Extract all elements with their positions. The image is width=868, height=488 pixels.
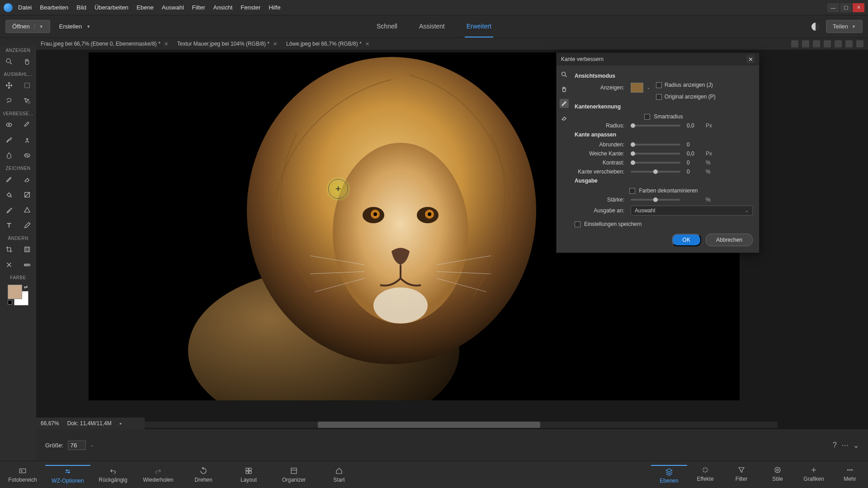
tab-textur[interactable]: Textur Mauer.jpeg bei 104% (RGB/8) *✕ xyxy=(173,39,282,49)
tab-loewe[interactable]: Löwe.jpeg bei 66,7% (RGB/8) *✕ xyxy=(282,39,374,49)
menu-select[interactable]: Auswahl xyxy=(162,4,184,11)
smooth-slider[interactable] xyxy=(631,144,680,145)
close-icon[interactable]: ✕ xyxy=(164,41,168,47)
decon-checkbox[interactable] xyxy=(629,188,635,194)
shift-value[interactable]: 0 xyxy=(684,169,702,175)
sponge-tool-icon[interactable] xyxy=(18,148,36,163)
blur-tool-icon[interactable] xyxy=(0,148,18,163)
show-original-checkbox[interactable] xyxy=(656,94,662,100)
menu-window[interactable]: Fenster xyxy=(241,4,260,11)
lasso-tool-icon[interactable] xyxy=(0,93,18,108)
contrast-slider[interactable] xyxy=(631,162,680,164)
marquee-tool-icon[interactable] xyxy=(18,78,36,93)
menu-edit[interactable]: Bearbeiten xyxy=(40,4,68,11)
recompose-tool-icon[interactable] xyxy=(18,242,36,257)
theme-toggle-icon[interactable] xyxy=(811,23,820,31)
dialog-hand-icon[interactable] xyxy=(560,84,569,94)
redeye-tool-icon[interactable] xyxy=(0,117,18,132)
gradient-tool-icon[interactable] xyxy=(18,187,36,202)
fill-tool-icon[interactable] xyxy=(0,187,18,202)
dialog-close-button[interactable]: ✕ xyxy=(746,55,755,63)
menu-layer[interactable]: Ebene xyxy=(137,4,154,11)
text-tool-icon[interactable] xyxy=(0,218,18,233)
foreground-color-swatch[interactable] xyxy=(8,285,22,299)
straighten-tool-icon[interactable] xyxy=(18,257,36,272)
tool-options-button[interactable]: WZ-Optionen xyxy=(45,465,90,484)
close-button[interactable]: ✕ xyxy=(853,3,864,12)
eyedropper-tool-icon[interactable] xyxy=(0,202,18,218)
menu-enhance[interactable]: Überarbeiten xyxy=(94,4,128,11)
undo-button[interactable]: Rückgängig xyxy=(90,467,136,483)
graphics-panel-button[interactable]: Grafiken xyxy=(796,466,832,484)
smooth-value[interactable]: 0 xyxy=(684,141,702,148)
redo-button[interactable]: Wiederholen xyxy=(136,467,181,483)
quick-select-tool-icon[interactable] xyxy=(18,93,36,108)
radius-slider[interactable] xyxy=(631,125,680,127)
remember-checkbox[interactable] xyxy=(575,221,580,227)
default-colors-icon[interactable] xyxy=(8,300,12,305)
dialog-erase-refine-icon[interactable] xyxy=(560,113,569,122)
home-button[interactable]: Start xyxy=(316,467,362,483)
close-icon[interactable]: ✕ xyxy=(365,41,369,47)
content-move-tool-icon[interactable] xyxy=(0,257,18,272)
layers-panel-button[interactable]: Ebenen xyxy=(651,465,687,484)
mode-guided[interactable]: Assistent xyxy=(417,16,447,38)
tab-frau[interactable]: Frau.jpeg bei 66,7% (Ebene 0, Ebenenmask… xyxy=(36,39,173,49)
smart-radius-checkbox[interactable] xyxy=(644,114,650,120)
dialog-refine-brush-icon[interactable] xyxy=(560,99,569,108)
shape-tool-icon[interactable] xyxy=(18,202,36,218)
dialog-titlebar[interactable]: Kante verbessern ✕ xyxy=(557,53,759,66)
horizontal-scrollbar[interactable] xyxy=(36,420,778,429)
swap-colors-icon[interactable]: ⇄ xyxy=(24,285,28,290)
layout-button[interactable]: Layout xyxy=(226,467,271,483)
clone-tool-icon[interactable] xyxy=(18,132,36,148)
options-menu-icon[interactable]: ⋯ xyxy=(841,441,849,450)
menu-help[interactable]: Hilfe xyxy=(269,4,280,11)
mode-expert[interactable]: Erweitert xyxy=(465,16,493,38)
show-radius-checkbox[interactable] xyxy=(656,82,662,88)
smart-brush-tool-icon[interactable] xyxy=(0,132,18,148)
feather-value[interactable]: 0,0 xyxy=(684,150,702,157)
organizer-button[interactable]: Organizer xyxy=(271,467,316,483)
close-icon[interactable]: ✕ xyxy=(273,41,277,47)
create-button[interactable]: Erstellen ▼ xyxy=(59,23,91,30)
open-button[interactable]: Öffnen ▼ xyxy=(5,20,50,33)
shift-slider[interactable] xyxy=(631,171,680,173)
share-button[interactable]: Teilen ▼ xyxy=(826,20,863,33)
pencil-tool-icon[interactable] xyxy=(18,218,36,233)
hand-tool-icon[interactable] xyxy=(18,54,36,69)
feather-slider[interactable] xyxy=(631,153,680,155)
ok-button[interactable]: OK xyxy=(672,234,701,246)
contrast-value[interactable]: 0 xyxy=(684,160,702,166)
color-swatch[interactable]: ⇄ xyxy=(8,285,28,305)
effects-panel-button[interactable]: Effekte xyxy=(687,466,723,484)
view-thumbnail[interactable] xyxy=(631,83,643,93)
layer-fx-icon[interactable] xyxy=(802,40,809,47)
brush-tool-icon[interactable] xyxy=(0,172,18,187)
help-icon[interactable]: ? xyxy=(833,441,837,450)
layer-adjust-icon[interactable] xyxy=(835,40,842,47)
rotate-button[interactable]: Drehen xyxy=(181,467,226,483)
styles-panel-button[interactable]: Stile xyxy=(760,466,796,484)
more-panel-button[interactable]: Mehr xyxy=(832,466,868,484)
eraser-tool-icon[interactable] xyxy=(18,172,36,187)
menu-view[interactable]: Ansicht xyxy=(213,4,233,11)
minimize-button[interactable]: — xyxy=(827,3,839,12)
size-input[interactable] xyxy=(68,441,86,450)
crop-tool-icon[interactable] xyxy=(0,242,18,257)
new-layer-icon[interactable] xyxy=(791,40,798,47)
radius-value[interactable]: 0,0 xyxy=(684,122,702,129)
cancel-button[interactable]: Abbrechen xyxy=(706,234,753,246)
mode-quick[interactable]: Schnell xyxy=(375,16,399,38)
view-dropdown-icon[interactable]: ⌄ xyxy=(647,85,651,90)
strength-slider[interactable] xyxy=(631,199,680,201)
panel-menu-icon[interactable] xyxy=(856,40,863,47)
scrollbar-thumb[interactable] xyxy=(318,422,540,428)
menu-image[interactable]: Bild xyxy=(76,4,86,11)
photobin-button[interactable]: Fotobereich xyxy=(0,467,45,483)
spot-heal-tool-icon[interactable] xyxy=(18,117,36,132)
zoom-tool-icon[interactable] xyxy=(0,54,18,69)
open-caret-icon[interactable]: ▼ xyxy=(34,24,43,29)
size-caret-icon[interactable]: ⌄ xyxy=(90,443,94,447)
collapse-icon[interactable]: ⌄ xyxy=(853,441,859,450)
